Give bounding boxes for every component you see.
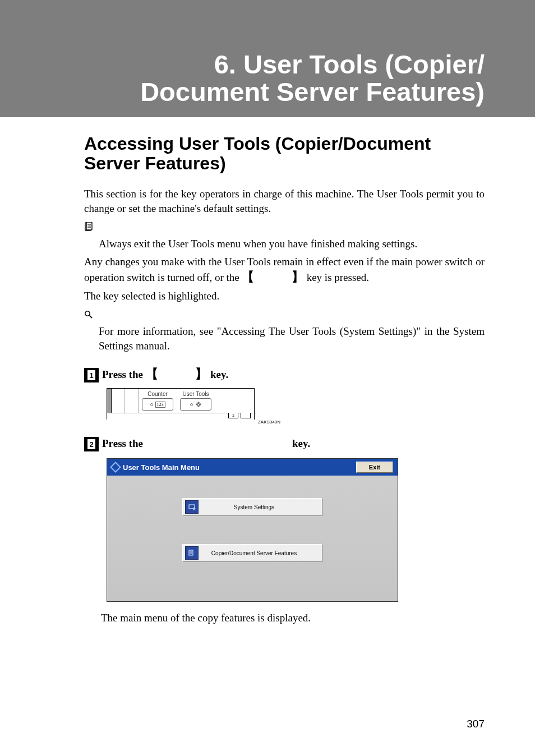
usertools-key [180, 398, 211, 411]
figure1-code: ZAKS040N [107, 420, 282, 425]
reference-icon [84, 310, 93, 319]
section-title: Accessing User Tools (Copier/Document Se… [84, 134, 485, 173]
chapter-header: 6. User Tools (Copier/Document Server Fe… [0, 0, 535, 117]
note-icon [84, 222, 93, 232]
step-number-2: 2 [87, 439, 95, 449]
counter-label: Counter [142, 391, 173, 397]
svg-rect-7 [196, 402, 200, 407]
step-badge-2: 2 [84, 437, 99, 451]
reference-block [84, 307, 485, 321]
screen-title: User Tools Main Menu [123, 463, 200, 472]
exit-button[interactable]: Exit [356, 462, 393, 473]
step1-suffix: key. [207, 368, 228, 380]
paragraph-keypress: Any changes you make with the User Tools… [84, 255, 485, 285]
svg-line-6 [89, 315, 92, 318]
step2-prefix: Press the [102, 437, 146, 449]
step1-bracket-close: 】 [195, 367, 207, 381]
step-badge-1: 1 [84, 368, 99, 382]
svg-rect-9 [189, 505, 195, 509]
svg-point-5 [85, 311, 90, 316]
note-block [84, 219, 485, 233]
fig1-tab-1: 1 [228, 413, 238, 418]
paragraph-highlight: The key selected is highlighted. [84, 289, 485, 303]
step2-suffix: key. [289, 437, 310, 449]
step1-prefix: Press the [102, 368, 146, 380]
fig1-tab-2 [241, 413, 251, 418]
copier-docserver-button[interactable]: Copier/Document Server Features [182, 544, 322, 562]
chapter-title: 6. User Tools (Copier/Document Server Fe… [95, 50, 485, 106]
diamond-icon [110, 462, 121, 473]
figure-usertools-menu: User Tools Main Menu Exit System Setting… [107, 458, 398, 602]
reference-text: For more information, see "Accessing The… [99, 324, 485, 353]
bracket-open: 【 [242, 270, 254, 284]
usertools-key-column: User Tools [177, 389, 215, 413]
step-2: 2 Press the key. [84, 437, 485, 451]
system-settings-icon [185, 500, 199, 514]
step1-bracket-open: 【 [146, 367, 158, 381]
page-number: 307 [467, 718, 485, 730]
system-settings-label: System Settings [202, 504, 322, 510]
bracket-close: 】 [292, 270, 304, 284]
step-1: 1 Press the 【 】 key. [84, 366, 485, 383]
counter-key: 123 [142, 398, 173, 411]
diamond-icon [195, 401, 202, 408]
svg-rect-8 [197, 403, 199, 405]
system-settings-button[interactable]: System Settings [182, 498, 322, 516]
step-number-1: 1 [87, 370, 95, 380]
intro-paragraph: This section is for the key operators in… [84, 187, 485, 215]
para2-a: Any changes you make with the User Tools… [84, 256, 485, 284]
counter-glyph: 123 [155, 402, 165, 408]
usertools-label: User Tools [180, 391, 211, 397]
para2-b: key is pressed. [304, 271, 369, 283]
copier-docserver-label: Copier/Document Server Features [202, 550, 322, 556]
copier-docserver-icon [185, 546, 199, 560]
post-figure-text: The main menu of the copy features is di… [101, 612, 485, 624]
figure-panel-keys: Counter 123 User Tools [107, 388, 485, 425]
note-text: Always exit the User Tools menu when you… [99, 237, 485, 251]
counter-key-column: Counter 123 [139, 389, 177, 413]
